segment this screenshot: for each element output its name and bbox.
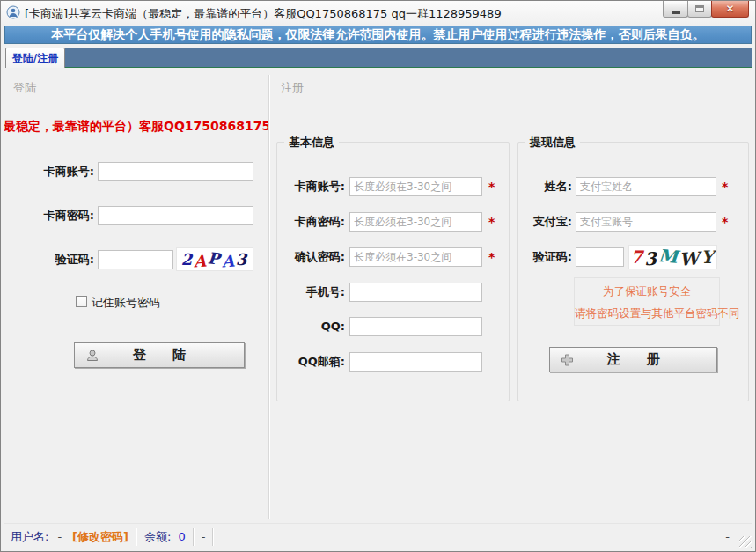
tab-strip-fill <box>65 48 752 68</box>
window-controls: ✕ <box>664 1 749 18</box>
reg-password-label: 卡商密码: <box>283 212 345 232</box>
reg-phone-label: 手机号: <box>283 283 345 302</box>
login-account-input[interactable] <box>98 162 253 181</box>
reg-account-label: 卡商账号: <box>283 177 345 196</box>
reg-name-required: * <box>722 177 728 196</box>
balance-value: 0 <box>178 530 185 543</box>
withdraw-info-group-title: 提现信息 <box>525 135 580 151</box>
app-window: [卡商端]共享云卡商端（最稳定，最靠谱的平台）客服QQ1750868175 qq… <box>0 0 756 552</box>
resize-grip[interactable] <box>739 536 752 548</box>
maximize-icon <box>695 5 704 12</box>
balance-label: 余额: <box>144 529 171 545</box>
tab-login-register[interactable]: 登陆/注册 <box>5 48 65 68</box>
login-captcha-image[interactable]: 2APA3 <box>176 247 253 271</box>
close-icon: ✕ <box>725 3 734 15</box>
login-password-input[interactable] <box>98 206 253 225</box>
login-captcha-input[interactable] <box>98 250 173 269</box>
close-button[interactable]: ✕ <box>711 1 749 18</box>
login-promo-text: 最稳定，最靠谱的平台）客服QQ1750868175 qq <box>4 119 268 135</box>
reg-confirm-required: * <box>488 247 495 267</box>
reg-password-required: * <box>488 212 495 232</box>
reg-captcha-label: 验证码: <box>522 247 572 267</box>
reg-qq-input[interactable] <box>349 317 482 336</box>
reg-name-input[interactable] <box>576 177 716 196</box>
reg-alipay-required: * <box>722 212 728 232</box>
change-password-link[interactable]: [修改密码] <box>72 529 128 545</box>
minimize-button[interactable] <box>663 1 688 18</box>
statusbar-separator <box>193 528 195 546</box>
username-value: - <box>57 530 62 543</box>
reg-phone-input[interactable] <box>349 283 482 302</box>
statusbar-right-dash: - <box>725 530 730 543</box>
reg-confirm-label: 确认密码: <box>283 247 345 267</box>
reg-qq-label: QQ: <box>283 317 345 336</box>
register-button-label: 注 册 <box>607 351 660 368</box>
reg-captcha-image[interactable]: 73MWY <box>628 245 717 269</box>
remember-checkbox[interactable] <box>76 296 87 307</box>
password-warning-line2: 请将密码设置与其他平台密码不同 <box>575 302 719 324</box>
reg-qqmail-label: QQ邮箱: <box>283 352 345 372</box>
login-button-label: 登 陆 <box>133 347 186 364</box>
login-captcha-label: 验证码: <box>11 250 94 269</box>
register-button[interactable]: 注 册 <box>549 347 717 372</box>
user-icon <box>85 349 99 363</box>
login-password-label: 卡商密码: <box>11 206 94 225</box>
reg-captcha-input[interactable] <box>576 247 624 267</box>
statusbar-separator <box>212 528 214 546</box>
remember-checkbox-label: 记住账号密码 <box>92 295 160 311</box>
status-bar: 用户名: - [修改密码] 余额: 0 - - <box>4 523 752 549</box>
statusbar-separator <box>136 528 137 546</box>
login-account-label: 卡商账号: <box>11 162 94 181</box>
username-label: 用户名: <box>11 529 48 545</box>
reg-name-label: 姓名: <box>522 177 572 196</box>
basic-info-group-title: 基本信息 <box>284 135 339 151</box>
reg-account-input[interactable] <box>349 177 482 196</box>
notice-banner: 本平台仅解决个人手机号使用的隐私问题，仅限法律允许范围内使用。禁止用户使用过程进… <box>4 26 752 44</box>
plus-icon <box>561 353 574 366</box>
maximize-button[interactable] <box>687 1 712 18</box>
login-section-label: 登陆 <box>13 80 36 96</box>
reg-alipay-label: 支付宝: <box>522 212 572 232</box>
title-bar: [卡商端]共享云卡商端（最稳定，最靠谱的平台）客服QQ1750868175 qq… <box>1 1 755 25</box>
vertical-divider <box>268 75 269 519</box>
reg-account-required: * <box>488 177 495 196</box>
main-content: 登陆 最稳定，最靠谱的平台）客服QQ1750868175 qq 卡商账号: 卡商… <box>4 68 752 524</box>
reg-confirm-input[interactable] <box>349 247 482 267</box>
login-button[interactable]: 登 陆 <box>74 342 245 368</box>
password-warning-line1: 为了保证账号安全 <box>575 280 719 302</box>
reg-alipay-input[interactable] <box>576 212 716 232</box>
minimize-icon <box>672 11 680 14</box>
tab-strip: 登陆/注册 <box>4 47 752 68</box>
withdraw-info-group: 提现信息 姓名: * 支付宝: * 验证码: 73MWY 为了保证账号安全 请将… <box>517 142 749 401</box>
app-icon <box>6 5 20 19</box>
basic-info-group: 基本信息 卡商账号: * 卡商密码: * 确认密码: * 手机号: QQ: QQ… <box>276 142 510 401</box>
reg-password-input[interactable] <box>349 212 482 232</box>
password-warning-box: 为了保证账号安全 请将密码设置与其他平台密码不同 <box>574 277 720 326</box>
register-section-label: 注册 <box>281 80 304 96</box>
statusbar-dash: - <box>202 530 206 543</box>
window-title: [卡商端]共享云卡商端（最稳定，最靠谱的平台）客服QQ1750868175 qq… <box>25 6 502 22</box>
reg-qqmail-input[interactable] <box>349 352 482 372</box>
